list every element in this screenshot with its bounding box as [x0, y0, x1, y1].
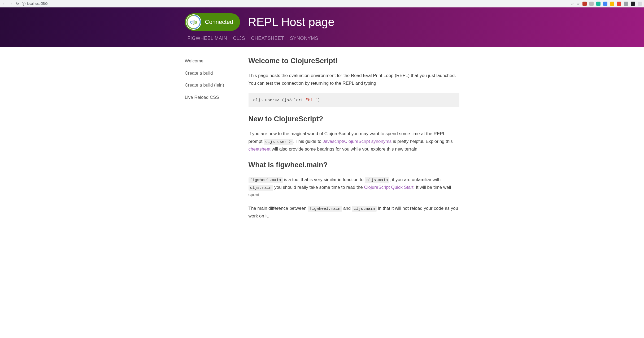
sidebar-item-create-build[interactable]: Create a build [185, 67, 238, 79]
inline-code: cljs.main [352, 206, 377, 212]
text: you should really take some time to read… [273, 185, 364, 190]
inline-code: cljs.user=> [264, 139, 293, 145]
intro-paragraph: This page hosts the evaluation environme… [249, 72, 459, 87]
heading-new: New to ClojureScript? [249, 113, 459, 125]
text: is a tool that is very similar in functi… [283, 177, 365, 182]
extension-icon[interactable] [617, 2, 621, 6]
sidebar-item-create-build-lein[interactable]: Create a build (lein) [185, 79, 238, 91]
back-icon[interactable]: ← [2, 2, 6, 6]
extension-icon[interactable] [596, 2, 601, 6]
page-title: REPL Host page [248, 15, 334, 29]
zoom-icon[interactable]: ⊕ [571, 2, 574, 6]
extension-icon[interactable] [589, 2, 594, 6]
inline-code: cljs.main [365, 177, 389, 183]
inline-code: figwheel.main [249, 177, 283, 183]
nav-figwheel-main[interactable]: FIGWHEEL MAIN [188, 36, 227, 41]
content-area: Welcome to ClojureScript! This page host… [249, 55, 459, 237]
code-block-example: cljs.user=> (js/alert "Hi!") [249, 93, 459, 108]
what-paragraph: figwheel.main is a tool that is very sim… [249, 176, 459, 199]
extension-icon[interactable] [638, 2, 642, 6]
text: and [342, 206, 352, 211]
inline-code: figwheel.main [308, 206, 342, 212]
extension-icon[interactable] [582, 2, 587, 6]
connection-status: Connected [205, 19, 233, 25]
heading-welcome: Welcome to ClojureScript! [249, 55, 459, 67]
bookmark-icon[interactable]: ☆ [576, 2, 580, 6]
page-header: cljs Connected REPL Host page FIGWHEEL M… [0, 7, 644, 47]
header-nav: FIGWHEEL MAIN CLJS CHEATSHEET SYNONYMS [185, 31, 459, 44]
diff-paragraph: The main difference between figwheel.mai… [249, 205, 459, 220]
text: , if you are unfamiliar with [389, 177, 441, 182]
code-text: ) [318, 98, 320, 102]
extension-icon[interactable] [610, 2, 614, 6]
sidebar-item-live-reload-css[interactable]: Live Reload CSS [185, 91, 238, 104]
text: The main difference between [249, 206, 308, 211]
forward-icon[interactable]: → [9, 2, 13, 6]
sidebar-item-welcome[interactable]: Welcome [185, 55, 238, 67]
text: will also provide some bearings for you … [271, 147, 419, 152]
sidebar: Welcome Create a build Create a build (l… [185, 55, 238, 237]
connection-badge: cljs Connected [185, 13, 240, 31]
browser-nav-icons: ← → ↻ [2, 2, 19, 6]
nav-cljs[interactable]: CLJS [233, 36, 245, 41]
new-paragraph: If you are new to the magical world of C… [249, 130, 459, 153]
browser-extensions: ⊕ ☆ [571, 2, 642, 6]
url-text: localhost:9500 [27, 2, 47, 6]
link-cheatsheet[interactable]: cheetsheet [249, 147, 271, 152]
extension-icon[interactable] [624, 2, 628, 6]
text: is pretty helpful. Exploring this [391, 139, 453, 144]
heading-what: What is figwheel.main? [249, 159, 459, 171]
nav-synonyms[interactable]: SYNONYMS [290, 36, 318, 41]
extension-icon[interactable] [631, 2, 635, 6]
code-string: "Hi!" [306, 98, 318, 102]
inline-code: cljs.main [249, 185, 273, 191]
main-layout: Welcome Create a build Create a build (l… [185, 47, 459, 237]
address-bar[interactable]: i localhost:9500 [22, 2, 47, 6]
browser-toolbar: ← → ↻ i localhost:9500 ⊕ ☆ [0, 0, 644, 7]
link-quick-start[interactable]: ClojureScript Quick Start [364, 185, 414, 190]
text: . This guide to [293, 139, 323, 144]
nav-cheatsheet[interactable]: CHEATSHEET [251, 36, 284, 41]
reload-icon[interactable]: ↻ [16, 2, 19, 6]
cljs-logo: cljs [186, 14, 201, 30]
extension-icon[interactable] [603, 2, 607, 6]
link-synonyms[interactable]: Javascript/ClojureScript synonyms [323, 139, 391, 144]
info-icon[interactable]: i [22, 2, 25, 6]
code-text: cljs.user=> (js/alert [253, 98, 306, 102]
